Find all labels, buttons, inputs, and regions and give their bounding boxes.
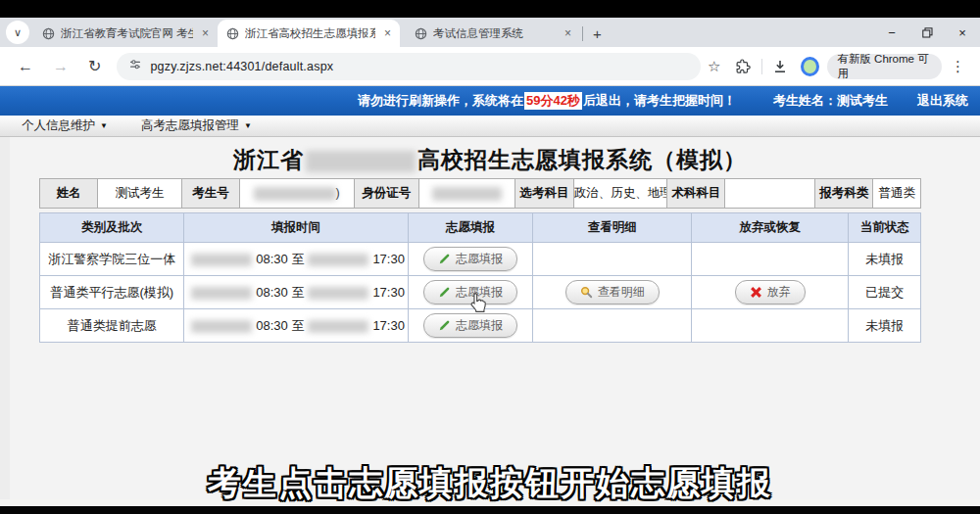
view-detail-button[interactable]: 查看明细 xyxy=(565,280,660,304)
col-time: 填报时间 xyxy=(184,213,408,243)
globe-icon xyxy=(42,27,55,40)
page-title: 浙江省高校招生志愿填报系统（模拟） xyxy=(0,145,980,175)
downloads-icon[interactable] xyxy=(765,59,795,74)
name-value: 测试考生 xyxy=(98,179,181,209)
back-icon[interactable]: ← xyxy=(8,58,43,75)
cancel-cell: 放弃 xyxy=(692,276,849,309)
fill-volunteer-button[interactable]: 志愿填报 xyxy=(423,247,517,271)
menu-personal-info[interactable]: 个人信息维护 ▼ xyxy=(22,117,108,134)
close-icon[interactable]: × xyxy=(199,26,212,40)
time-open: 08:30 至 xyxy=(256,318,304,333)
title-suffix: 高校招生志愿填报系统（模拟） xyxy=(417,147,747,172)
table-row: 浙江警察学院三位一体 08:30 至17:30 志愿填报 未填报 xyxy=(40,243,921,276)
app-menu-bar: 个人信息维护 ▼ 高考志愿填报管理 ▼ xyxy=(0,116,980,137)
student-info-table: 姓名 测试考生 考生号 ) 身份证号 选考科目 政治、历史、地理 术科科目 报考… xyxy=(39,178,921,209)
tab-label: 浙江省高校招生志愿填报系统 xyxy=(245,26,375,41)
chevron-down-icon: ▼ xyxy=(100,121,108,130)
batch-name: 浙江警察学院三位一体 xyxy=(40,243,184,276)
title-prefix: 浙江省 xyxy=(233,147,304,172)
time-open: 08:30 至 xyxy=(256,285,304,300)
address-bar[interactable]: pgzy.zjzs.net:44301/default.aspx xyxy=(117,53,701,80)
exam-no-value: ) xyxy=(240,179,355,209)
status-text: 已提交 xyxy=(849,276,921,309)
col-detail: 查看明细 xyxy=(533,213,692,243)
fill-time: 08:30 至17:30 xyxy=(184,276,408,309)
screen: ∨ 浙江省教育考试院官网 考生办事 × 浙江省高校招生志愿填报系统 × 考试信息… xyxy=(0,0,980,514)
art-value xyxy=(725,179,815,209)
reload-icon[interactable]: ↻ xyxy=(78,57,111,75)
maximize-button[interactable] xyxy=(909,18,945,47)
tab-volunteer-system[interactable]: 浙江省高校招生志愿填报系统 × xyxy=(218,20,400,47)
id-value xyxy=(418,179,515,209)
redacted-date xyxy=(191,254,252,266)
redacted-date xyxy=(191,320,252,333)
time-close: 17:30 xyxy=(372,318,405,333)
col-fill: 志愿填报 xyxy=(408,213,533,243)
redacted-date xyxy=(308,320,368,333)
chrome-update-button[interactable]: 有新版 Chrome 可用 xyxy=(827,54,942,79)
url-text: pgzy.zjzs.net:44301/default.aspx xyxy=(150,60,333,73)
name-label: 姓名 xyxy=(40,179,98,209)
tab-exam-portal[interactable]: 浙江省教育考试院官网 考生办事 × xyxy=(33,20,218,47)
letterbox-bottom xyxy=(0,506,980,514)
menu-dots-icon[interactable]: ⋮ xyxy=(944,58,972,75)
extensions-icon[interactable] xyxy=(728,59,758,74)
detail-cell xyxy=(533,243,692,276)
button-label: 放弃 xyxy=(767,284,791,301)
tab-search-button[interactable]: ∨ xyxy=(6,21,29,44)
session-notice-bar: 请勿进行刷新操作，系统将在59分42秒后退出，请考生把握时间！ 考生姓名：测试考… xyxy=(0,86,980,116)
detail-cell: 查看明细 xyxy=(533,276,692,309)
cancel-cell xyxy=(692,243,849,276)
globe-icon xyxy=(415,27,427,40)
redacted-id xyxy=(432,187,501,201)
close-window-button[interactable]: × xyxy=(945,18,980,47)
cancel-cell xyxy=(692,309,849,343)
close-icon[interactable]: × xyxy=(381,26,394,40)
letterbox-top xyxy=(0,0,980,18)
toolbar-right: ☆ 有新版 Chrome 可用 ⋮ xyxy=(701,54,980,79)
button-label: 查看明细 xyxy=(598,284,645,301)
menu-label: 个人信息维护 xyxy=(22,117,95,134)
logout-link[interactable]: 退出系统 xyxy=(917,92,968,110)
bookmark-star-icon[interactable]: ☆ xyxy=(701,58,727,75)
new-tab-button[interactable]: + xyxy=(593,25,602,42)
pencil-icon xyxy=(438,319,451,332)
toolbar-divider xyxy=(761,59,762,74)
tab-exam-info-system[interactable]: 考试信息管理系统 × xyxy=(406,20,580,47)
button-label: 志愿填报 xyxy=(456,251,503,267)
time-close: 17:30 xyxy=(372,285,405,300)
chevron-down-icon: ▼ xyxy=(244,121,252,130)
profile-avatar[interactable] xyxy=(801,57,819,76)
tab-label: 浙江省教育考试院官网 考生办事 xyxy=(61,26,193,41)
window-controls: − × xyxy=(874,18,980,47)
page-content: 浙江省高校招生志愿填报系统（模拟） 姓名 测试考生 考生号 ) 身份证号 选考科… xyxy=(0,137,980,499)
tab-label: 考试信息管理系统 xyxy=(433,26,556,41)
batch-table: 类别及批次 填报时间 志愿填报 查看明细 放弃或恢复 当前状态 浙江警察学院三位… xyxy=(39,212,921,343)
category-label: 报考科类 xyxy=(815,179,873,209)
fill-time: 08:30 至17:30 xyxy=(184,243,408,276)
exam-no-suffix: ) xyxy=(336,186,340,200)
close-icon[interactable]: × xyxy=(562,26,574,40)
hand-cursor-icon xyxy=(467,291,488,318)
restore-icon xyxy=(922,27,933,38)
menu-volunteer-management[interactable]: 高考志愿填报管理 ▼ xyxy=(141,117,252,134)
countdown-timer: 59分42秒 xyxy=(524,92,582,110)
exam-no-label: 考生号 xyxy=(181,179,239,209)
fill-time: 08:30 至17:30 xyxy=(184,309,408,343)
notice-suffix: 后退出，请考生把握时间！ xyxy=(583,92,736,110)
redacted-date xyxy=(191,287,252,300)
subjects-value: 政治、历史、地理 xyxy=(573,179,666,209)
cancel-button[interactable]: 放弃 xyxy=(735,280,806,304)
redacted-date xyxy=(308,287,368,300)
minimize-button[interactable]: − xyxy=(874,18,909,47)
fill-cell: 志愿填报 xyxy=(408,243,533,276)
browser-toolbar: ← → ↻ pgzy.zjzs.net:44301/default.aspx ☆… xyxy=(0,47,980,86)
forward-icon[interactable]: → xyxy=(43,58,78,75)
browser-tab-strip: ∨ 浙江省教育考试院官网 考生办事 × 浙江省高校招生志愿填报系统 × 考试信息… xyxy=(0,18,980,47)
pencil-icon xyxy=(438,286,451,299)
redacted-exam-no xyxy=(254,187,335,201)
col-batch: 类别及批次 xyxy=(40,213,184,243)
redacted-date xyxy=(308,254,368,266)
pencil-icon xyxy=(438,253,451,265)
site-settings-icon[interactable] xyxy=(128,58,142,75)
